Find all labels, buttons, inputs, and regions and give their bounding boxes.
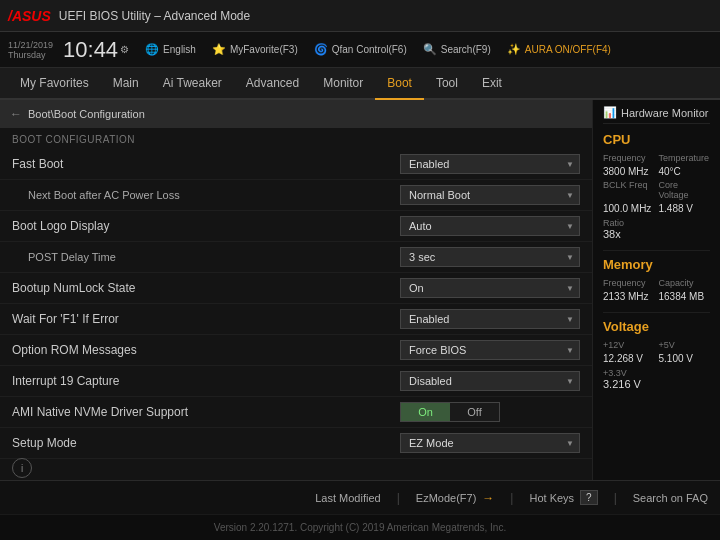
nvme-off-btn[interactable]: Off — [450, 403, 499, 421]
nav-monitor[interactable]: Monitor — [311, 67, 375, 99]
cpu-voltage-value: 1.488 V — [659, 203, 711, 214]
option-rom-dropdown-wrapper: Force BIOSKeep Current — [400, 340, 580, 360]
numlock-control: OnOff — [400, 278, 580, 298]
fast-boot-control: EnabledDisabled — [400, 154, 580, 174]
mem-freq-value: 2133 MHz — [603, 291, 655, 302]
gear-icon[interactable]: ⚙ — [120, 44, 129, 55]
post-delay-row: POST Delay Time 0 sec1 sec2 sec3 sec5 se… — [0, 242, 592, 273]
post-delay-dropdown[interactable]: 0 sec1 sec2 sec3 sec5 sec — [400, 247, 580, 267]
v33-block: +3.3V 3.216 V — [603, 368, 710, 390]
nav-tool[interactable]: Tool — [424, 67, 470, 99]
nav-bar: My Favorites Main Ai Tweaker Advanced Mo… — [0, 68, 720, 100]
search-faq-btn[interactable]: Search on FAQ — [633, 492, 708, 504]
setup-mode-row: Setup Mode EZ ModeAdvanced Mode — [0, 428, 592, 459]
hot-keys-key: ? — [580, 490, 598, 505]
language-selector[interactable]: 🌐 English — [145, 43, 196, 56]
setup-mode-label: Setup Mode — [12, 436, 400, 450]
next-boot-dropdown[interactable]: Normal BootForce BIOS — [400, 185, 580, 205]
nav-main[interactable]: Main — [101, 67, 151, 99]
favorites-icon: ⭐ — [212, 43, 226, 56]
v5-label: +5V — [659, 340, 711, 350]
info-button[interactable]: i — [12, 458, 32, 478]
interrupt-19-dropdown[interactable]: DisabledEnabled — [400, 371, 580, 391]
numlock-dropdown[interactable]: OnOff — [400, 278, 580, 298]
v5-value: 5.100 V — [659, 353, 711, 364]
boot-logo-dropdown-wrapper: AutoFull ScreenDisabled — [400, 216, 580, 236]
nvme-driver-row: AMI Native NVMe Driver Support On Off — [0, 397, 592, 428]
next-boot-row: Next Boot after AC Power Loss Normal Boo… — [0, 180, 592, 211]
nav-my-favorites[interactable]: My Favorites — [8, 67, 101, 99]
fast-boot-dropdown-wrapper: EnabledDisabled — [400, 154, 580, 174]
boot-logo-dropdown[interactable]: AutoFull ScreenDisabled — [400, 216, 580, 236]
nav-exit[interactable]: Exit — [470, 67, 514, 99]
hw-monitor-panel: 📊 Hardware Monitor CPU Frequency Tempera… — [592, 100, 720, 480]
cpu-ratio-value: 38x — [603, 228, 710, 240]
next-boot-label: Next Boot after AC Power Loss — [12, 189, 400, 201]
setup-mode-dropdown[interactable]: EZ ModeAdvanced Mode — [400, 433, 580, 453]
option-rom-dropdown[interactable]: Force BIOSKeep Current — [400, 340, 580, 360]
cpu-section: CPU Frequency Temperature 3800 MHz 40°C … — [603, 132, 710, 240]
interrupt-19-control: DisabledEnabled — [400, 371, 580, 391]
nav-advanced[interactable]: Advanced — [234, 67, 311, 99]
boot-logo-label: Boot Logo Display — [12, 219, 400, 233]
aura-icon: ✨ — [507, 43, 521, 56]
qfan-btn[interactable]: 🌀 Qfan Control(F6) — [314, 43, 407, 56]
v12-label: +12V — [603, 340, 655, 350]
ezmode-btn[interactable]: EzMode(F7) → — [416, 491, 495, 505]
next-boot-control: Normal BootForce BIOS — [400, 185, 580, 205]
search-btn[interactable]: 🔍 Search(F9) — [423, 43, 491, 56]
bottom-bar: Last Modified | EzMode(F7) → | Hot Keys … — [0, 480, 720, 514]
cpu-temp-label: Temperature — [659, 153, 711, 163]
fast-boot-row: Fast Boot EnabledDisabled — [0, 149, 592, 180]
mem-cap-label: Capacity — [659, 278, 711, 288]
cpu-bclk-value: 100.0 MHz — [603, 203, 655, 214]
v33-label: +3.3V — [603, 368, 710, 378]
numlock-label: Bootup NumLock State — [12, 281, 400, 295]
language-icon: 🌐 — [145, 43, 159, 56]
next-boot-dropdown-wrapper: Normal BootForce BIOS — [400, 185, 580, 205]
cpu-section-title: CPU — [603, 132, 710, 147]
nav-boot[interactable]: Boot — [375, 68, 424, 100]
fast-boot-dropdown[interactable]: EnabledDisabled — [400, 154, 580, 174]
time-display: 10:44 ⚙ — [63, 37, 129, 63]
nvme-driver-control: On Off — [400, 402, 580, 422]
date-block: 11/21/2019 Thursday — [8, 40, 53, 60]
v12-value: 12.268 V — [603, 353, 655, 364]
post-delay-label: POST Delay Time — [12, 251, 400, 263]
wait-f1-control: EnabledDisabled — [400, 309, 580, 329]
bios-title: UEFI BIOS Utility – Advanced Mode — [59, 9, 250, 23]
fan-icon: 🌀 — [314, 43, 328, 56]
interrupt-19-label: Interrupt 19 Capture — [12, 374, 400, 388]
wait-f1-row: Wait For 'F1' If Error EnabledDisabled — [0, 304, 592, 335]
boot-logo-row: Boot Logo Display AutoFull ScreenDisable… — [0, 211, 592, 242]
info-bar: 11/21/2019 Thursday 10:44 ⚙ 🌐 English ⭐ … — [0, 32, 720, 68]
cpu-voltage-label: Core Voltage — [659, 180, 711, 200]
voltage-section-title: Voltage — [603, 319, 710, 334]
aura-btn[interactable]: ✨ AURA ON/OFF(F4) — [507, 43, 611, 56]
settings-panel: ← Boot\Boot Configuration Boot Configura… — [0, 100, 592, 480]
hot-keys-btn[interactable]: Hot Keys ? — [529, 490, 597, 505]
my-favorites-btn[interactable]: ⭐ MyFavorite(F3) — [212, 43, 298, 56]
section-label: Boot Configuration — [0, 128, 592, 149]
breadcrumb[interactable]: ← Boot\Boot Configuration — [0, 100, 592, 128]
breadcrumb-text: Boot\Boot Configuration — [28, 108, 145, 120]
last-modified-btn[interactable]: Last Modified — [315, 492, 380, 504]
nav-ai-tweaker[interactable]: Ai Tweaker — [151, 67, 234, 99]
voltage-section: Voltage +12V +5V 12.268 V 5.100 V +3.3V … — [603, 319, 710, 390]
numlock-dropdown-wrapper: OnOff — [400, 278, 580, 298]
nvme-toggle: On Off — [400, 402, 500, 422]
search-icon: 🔍 — [423, 43, 437, 56]
divider-2 — [603, 312, 710, 313]
cpu-freq-label: Frequency — [603, 153, 655, 163]
nvme-driver-label: AMI Native NVMe Driver Support — [12, 405, 400, 419]
cpu-freq-value: 3800 MHz — [603, 166, 655, 177]
post-delay-control: 0 sec1 sec2 sec3 sec5 sec — [400, 247, 580, 267]
mem-freq-label: Frequency — [603, 278, 655, 288]
arrow-right-icon: → — [482, 491, 494, 505]
mem-cap-value: 16384 MB — [659, 291, 711, 302]
nvme-on-btn[interactable]: On — [401, 403, 450, 421]
setup-mode-control: EZ ModeAdvanced Mode — [400, 433, 580, 453]
wait-f1-dropdown[interactable]: EnabledDisabled — [400, 309, 580, 329]
setup-mode-dropdown-wrapper: EZ ModeAdvanced Mode — [400, 433, 580, 453]
cpu-temp-value: 40°C — [659, 166, 711, 177]
